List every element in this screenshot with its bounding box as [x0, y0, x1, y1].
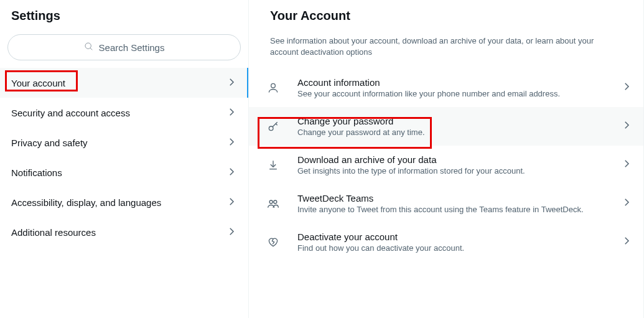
svg-point-9: [274, 200, 277, 203]
option-text: TweetDeck Teams Invite anyone to Tweet f…: [297, 193, 610, 214]
sidebar-item-label: Notifications: [11, 167, 62, 178]
sidebar-item-label: Privacy and safety: [11, 138, 88, 148]
option-text: Download an archive of your data Get ins…: [297, 154, 610, 175]
sidebar-item-label: Your account: [11, 78, 65, 88]
chevron-right-icon: [226, 196, 237, 209]
option-title: Account information: [297, 77, 610, 88]
people-icon: [260, 197, 286, 210]
sidebar-item-security[interactable]: Security and account access: [0, 98, 248, 128]
chevron-right-icon: [226, 77, 237, 90]
heartbreak-icon: [260, 236, 286, 248]
search-placeholder: Search Settings: [99, 42, 165, 53]
search-input[interactable]: Search Settings: [7, 34, 241, 60]
search-wrap: Search Settings: [0, 34, 248, 68]
chevron-right-icon: [621, 81, 632, 95]
option-download-archive[interactable]: Download an archive of your data Get ins…: [249, 146, 643, 184]
svg-line-1: [90, 48, 92, 50]
sidebar-item-label: Security and account access: [11, 108, 130, 118]
option-desc: Get insights into the type of informatio…: [297, 166, 610, 175]
option-change-password[interactable]: Change your password Change your passwor…: [249, 107, 643, 146]
option-desc: Find out how you can deactivate your acc…: [297, 243, 610, 253]
download-icon: [260, 159, 286, 171]
chevron-right-icon: [621, 158, 632, 172]
chevron-right-icon: [621, 119, 632, 133]
page-subtitle: See information about your account, down…: [249, 29, 643, 68]
option-title: Change your password: [297, 116, 610, 126]
nav-list: Your account Security and account access…: [0, 68, 248, 247]
key-icon: [260, 120, 286, 133]
settings-sidebar: Settings Search Settings Your account Se…: [0, 0, 249, 318]
chevron-right-icon: [226, 136, 237, 149]
main-panel: Your Account See information about your …: [249, 0, 644, 318]
svg-point-8: [269, 200, 273, 203]
page-title: Your Account: [249, 0, 643, 29]
person-icon: [260, 82, 286, 94]
option-text: Account information See your account inf…: [297, 77, 610, 98]
svg-point-2: [271, 83, 276, 88]
svg-line-5: [276, 124, 278, 126]
option-account-information[interactable]: Account information See your account inf…: [249, 68, 643, 107]
option-deactivate[interactable]: Deactivate your account Find out how you…: [249, 223, 643, 261]
option-text: Deactivate your account Find out how you…: [297, 231, 610, 253]
option-desc: Invite anyone to Tweet from this account…: [297, 205, 610, 214]
option-tweetdeck-teams[interactable]: TweetDeck Teams Invite anyone to Tweet f…: [249, 184, 643, 223]
sidebar-item-privacy[interactable]: Privacy and safety: [0, 128, 248, 157]
option-title: Deactivate your account: [297, 231, 610, 242]
sidebar-item-label: Additional resources: [11, 227, 96, 238]
option-text: Change your password Change your passwor…: [297, 116, 610, 137]
option-desc: See your account information like your p…: [297, 89, 610, 98]
option-desc: Change your password at any time.: [297, 128, 610, 137]
sidebar-item-additional[interactable]: Additional resources: [0, 217, 248, 247]
settings-title: Settings: [0, 0, 248, 34]
search-icon: [84, 42, 94, 54]
option-title: Download an archive of your data: [297, 154, 610, 165]
svg-point-3: [269, 126, 273, 131]
sidebar-item-notifications[interactable]: Notifications: [0, 157, 248, 187]
chevron-right-icon: [226, 166, 237, 179]
svg-point-0: [85, 43, 91, 49]
chevron-right-icon: [226, 106, 237, 119]
option-title: TweetDeck Teams: [297, 193, 610, 203]
chevron-right-icon: [226, 226, 237, 239]
sidebar-item-accessibility[interactable]: Accessibility, display, and languages: [0, 187, 248, 217]
chevron-right-icon: [621, 235, 632, 249]
sidebar-item-label: Accessibility, display, and languages: [11, 197, 161, 208]
chevron-right-icon: [621, 197, 632, 210]
sidebar-item-your-account[interactable]: Your account: [0, 68, 248, 98]
